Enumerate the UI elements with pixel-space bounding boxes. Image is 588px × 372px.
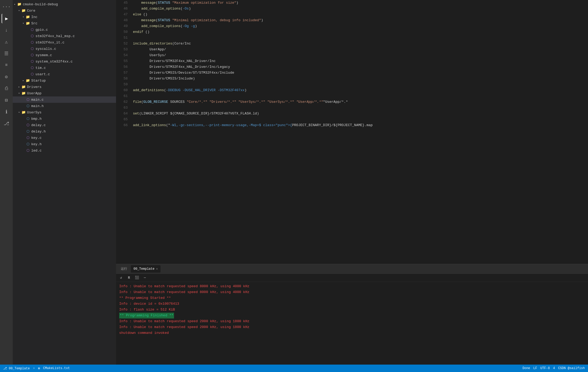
code-line-63 xyxy=(133,105,588,111)
file-c-icon-usart.c: ⬡ xyxy=(30,72,34,76)
sidebar-item-stm32f4xx_it.c[interactable]: ⬡stm32f4xx_it.c xyxy=(13,39,116,46)
sidebar-item-UserSys[interactable]: 📁UserSys xyxy=(13,109,116,116)
tree-arrow-Inc[interactable] xyxy=(21,15,25,19)
tree-arrow-cmake-build-debug[interactable] xyxy=(13,3,17,6)
status-lf: LF xyxy=(533,366,537,370)
tree-label-stm32f4xx_it.c: stm32f4xx_it.c xyxy=(35,41,116,45)
tree-arrow-Drivers[interactable] xyxy=(17,85,21,88)
sidebar-item-cmake-build-debug[interactable]: 📁cmake-build-debug xyxy=(13,1,116,7)
code-line-58: Drivers/CMSIS/Include) xyxy=(133,76,588,82)
run-icon[interactable]: ▶ xyxy=(2,14,11,23)
terminal-line: Info : Unable to match requested speed 8… xyxy=(119,284,585,289)
sidebar-item-main.c[interactable]: ⬡main.c xyxy=(13,96,116,103)
sidebar-item-usart.c[interactable]: ⬡usart.c xyxy=(13,71,116,77)
tree-label-usart.c: usart.c xyxy=(35,72,116,76)
folder-icon-Core: 📁 xyxy=(21,8,26,13)
sidebar-item-key.c[interactable]: ⬡key.c xyxy=(13,135,116,141)
sidebar-item-led.c[interactable]: ⬡led.c xyxy=(13,147,116,154)
file-c-icon-sysmem.c: ⬡ xyxy=(30,53,34,57)
file-c-icon-stm32f4xx_it.c: ⬡ xyxy=(30,40,34,45)
warning-icon[interactable]: ⚠ xyxy=(2,37,11,47)
more-icon[interactable]: ··· xyxy=(2,2,11,12)
folder-icon-Startup: 📁 xyxy=(25,78,30,83)
sidebar-item-main.h[interactable]: ⬡main.h xyxy=(13,103,116,109)
down-arrow-icon[interactable]: ↓ xyxy=(2,25,11,35)
line-number-60: 60 xyxy=(116,87,128,93)
git-icon[interactable]: ⎇ xyxy=(2,119,11,128)
tree-label-main.h: main.h xyxy=(31,104,116,108)
code-line-65 xyxy=(133,117,588,122)
tree-arrow-UserApp[interactable] xyxy=(17,92,21,95)
line-number-59: 59 xyxy=(116,82,128,87)
folder-icon-Inc: 📁 xyxy=(25,15,30,19)
tree-arrow-Src[interactable] xyxy=(21,22,25,25)
sidebar-item-sysmem.c[interactable]: ⬡sysmem.c xyxy=(13,52,116,58)
terminal-r-btn[interactable]: R xyxy=(126,275,132,281)
code-line-57: Drivers/CMSIS/Device/ST/STM32F4xx/Includ… xyxy=(133,70,588,76)
main-area: ··· ▶ ↓ ⚠ ☰ ≡ ⊙ ⎙ ⊟ ℹ ⎇ 📁cmake-build-deb… xyxy=(0,0,588,365)
sidebar-item-bmp.h[interactable]: ⬡bmp.h xyxy=(13,116,116,122)
sidebar-item-system_stm32f4xx.c[interactable]: ⬡system_stm32f4xx.c xyxy=(13,58,116,65)
list-icon[interactable]: ☰ xyxy=(2,49,11,58)
sidebar-item-Startup[interactable]: 📁Startup xyxy=(13,77,116,84)
terminal-template-tab[interactable]: 00_Template ✕ xyxy=(131,265,161,273)
code-line-49: add_compile_options(-Og -g) xyxy=(133,23,588,29)
tree-label-gpio.c: gpio.c xyxy=(35,28,116,32)
sidebar-item-syscalls.c[interactable]: ⬡syscalls.c xyxy=(13,46,116,52)
tree-label-UserApp: UserApp xyxy=(27,91,116,95)
line-number-48: 48 xyxy=(116,17,128,23)
tree-label-Inc: Inc xyxy=(31,15,116,19)
tree-label-Drivers: Drivers xyxy=(27,85,116,89)
line-number-50: 50 xyxy=(116,29,128,35)
terminal-tabs: 运行 00_Template ✕ xyxy=(116,264,588,274)
status-user: CSDN @sailfish xyxy=(558,366,585,370)
list2-icon[interactable]: ≡ xyxy=(2,60,11,70)
tree-arrow-Core[interactable] xyxy=(17,9,21,12)
sidebar-item-gpio.c[interactable]: ⬡gpio.c xyxy=(13,26,116,33)
terminal-run-tab[interactable]: 运行 xyxy=(118,265,130,273)
folder-icon-Src: 📁 xyxy=(25,21,30,25)
info-icon[interactable]: ℹ xyxy=(2,107,11,117)
code-line-64: set(LINKER_SCRIPT ${CMAKE_SOURCE_DIR}/ST… xyxy=(133,111,588,117)
code-line-54: UserSys/ xyxy=(133,52,588,58)
branch-icon: ⎇ xyxy=(3,367,9,370)
terminal-stop-btn[interactable]: ⬛ xyxy=(134,275,140,281)
sidebar-item-UserApp[interactable]: 📁UserApp xyxy=(13,90,116,96)
line-number-45: 45 xyxy=(116,0,128,6)
code-line-45: message(STATUS "Maximum optimization for… xyxy=(133,0,588,6)
file-h-icon-main.h: ⬡ xyxy=(25,104,30,108)
sidebar-item-Drivers[interactable]: 📁Drivers xyxy=(13,84,116,90)
bookmark-icon[interactable]: ⊟ xyxy=(2,95,11,105)
status-encoding: UTF-8 xyxy=(540,366,550,370)
terminal-line: Info : device id = 0x10076413 xyxy=(119,301,585,307)
terminal-refresh-btn[interactable]: ↺ xyxy=(118,275,124,281)
sidebar-item-key.h[interactable]: ⬡key.h xyxy=(13,141,116,147)
line-number-53: 53 xyxy=(116,47,128,52)
tree-arrow-UserSys[interactable] xyxy=(17,111,21,114)
sidebar-item-stm32f4xx_hal_msp.c[interactable]: ⬡stm32f4xx_hal_msp.c xyxy=(13,33,116,39)
sidebar-item-delay.h[interactable]: ⬡delay.h xyxy=(13,128,116,135)
folder-icon-UserApp: 📁 xyxy=(21,91,26,95)
sidebar-item-Inc[interactable]: 📁Inc xyxy=(13,14,116,20)
status-separator: › xyxy=(33,366,35,370)
terminal-more-btn[interactable]: ⋯ xyxy=(142,275,148,281)
debug-icon[interactable]: ⊙ xyxy=(2,72,11,82)
status-branch[interactable]: ⎇ 00_Template xyxy=(3,366,30,370)
terminal-line: ** Programming Started ** xyxy=(119,295,585,301)
code-content[interactable]: message(STATUS "Maximum optimization for… xyxy=(132,0,588,264)
terminal-tab-close[interactable]: ✕ xyxy=(156,267,158,271)
terminal-output[interactable]: Info : Unable to match requested speed 8… xyxy=(116,282,588,365)
sidebar-item-tim.c[interactable]: ⬡tim.c xyxy=(13,65,116,71)
sidebar-item-Src[interactable]: 📁Src xyxy=(13,20,116,26)
tree-arrow-Startup[interactable] xyxy=(21,79,25,82)
sidebar-item-Core[interactable]: 📁Core xyxy=(13,7,116,14)
code-line-56: Drivers/STM32F4xx_HAL_Driver/Inc/Legacy xyxy=(133,64,588,70)
sidebar-item-delay.c[interactable]: ⬡delay.c xyxy=(13,122,116,128)
tree-label-main.c: main.c xyxy=(31,98,116,102)
terminal-line: Info : Unable to match requested speed 2… xyxy=(119,324,585,330)
status-done: Done xyxy=(523,366,530,370)
line-number-51: 51 xyxy=(116,35,128,41)
print-icon[interactable]: ⎙ xyxy=(2,84,11,93)
tree-label-syscalls.c: syscalls.c xyxy=(35,47,116,51)
tree-label-tim.c: tim.c xyxy=(35,66,116,70)
